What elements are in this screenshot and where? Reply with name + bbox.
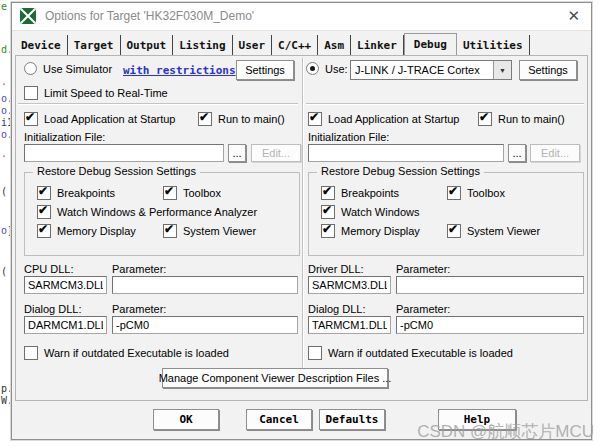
load-app-checkbox-right[interactable]: Load Application at Startup [308, 112, 459, 126]
tab-bar: Device Target Output Listing User C/C++ … [15, 32, 588, 56]
breakpoints-label: Breakpoints [57, 187, 115, 199]
load-app-label-right: Load Application at Startup [328, 113, 459, 125]
breakpoints-label: Breakpoints [341, 187, 399, 199]
system-viewer-checkbox-right[interactable]: System Viewer [447, 224, 540, 238]
background-code-fragment: . [1, 76, 7, 87]
background-code-strip: ed..o.o.i1o..(o](p.W. [0, 0, 11, 446]
with-restrictions-link[interactable]: with restrictions [123, 64, 236, 77]
checkbox-box [198, 112, 212, 126]
toolbox-checkbox-right[interactable]: Toolbox [447, 186, 505, 200]
tab-asm[interactable]: Asm [318, 35, 351, 55]
checkbox-box [447, 186, 461, 200]
init-file-label-right: Initialization File: [308, 131, 389, 143]
watch-windows-label: Watch Windows [341, 206, 419, 218]
keil-uvision-icon [20, 8, 36, 24]
close-icon[interactable]: ✕ [567, 3, 580, 29]
dialog-param-label-left: Parameter: [112, 303, 166, 315]
defaults-button[interactable]: Defaults [319, 409, 385, 430]
cpu-param-input[interactable] [112, 276, 298, 294]
background-code-fragment: . [1, 148, 7, 159]
init-file-input-right[interactable] [308, 144, 504, 162]
cpu-dll-input[interactable] [24, 276, 107, 294]
background-code-fragment: e [1, 1, 7, 12]
checkbox-box [163, 224, 177, 238]
tab-listing[interactable]: Listing [173, 35, 232, 55]
edit-button-left: Edit... [251, 144, 301, 162]
init-file-label-left: Initialization File: [24, 131, 105, 143]
limit-speed-label: Limit Speed to Real-Time [44, 87, 168, 99]
memory-display-label: Memory Display [57, 225, 136, 237]
simulator-settings-button[interactable]: Settings [236, 60, 294, 80]
checkbox-box [37, 186, 51, 200]
driver-param-label: Parameter: [396, 263, 450, 275]
watch-windows-label: Watch Windows & Performance Analyzer [57, 206, 257, 218]
debug-driver-dropdown[interactable]: J-LINK / J-TRACE Cortex ▼ [350, 60, 512, 80]
memory-display-checkbox-right[interactable]: Memory Display [321, 224, 420, 238]
tab-user[interactable]: User [233, 35, 273, 55]
use-driver-radio[interactable]: Use: [306, 62, 348, 75]
dialog-param-input-right[interactable] [396, 316, 584, 334]
run-to-main-checkbox-right[interactable]: Run to main() [478, 112, 565, 126]
radio-circle [24, 62, 37, 75]
manage-component-viewer-button[interactable]: Manage Component Viewer Description File… [162, 368, 388, 388]
init-file-input-left[interactable] [24, 144, 224, 162]
tab-output[interactable]: Output [121, 35, 174, 55]
restore-group-title-right: Restore Debug Session Settings [317, 165, 484, 177]
options-dialog: Options for Target 'HK32F030M_Demo' ✕ De… [11, 2, 592, 440]
radio-circle [306, 62, 319, 75]
chevron-down-icon[interactable]: ▼ [493, 61, 511, 79]
dialog-dll-input-right[interactable] [308, 316, 391, 334]
tab-utilities[interactable]: Utilities [457, 35, 530, 55]
checkbox-box [321, 205, 335, 219]
dialog-dll-label-right: Dialog DLL: [308, 303, 365, 315]
checkbox-box [24, 112, 38, 126]
watch-windows-checkbox-right[interactable]: Watch Windows [321, 205, 419, 219]
dialog-param-input-left[interactable] [112, 316, 298, 334]
edit-button-right: Edit... [530, 144, 580, 162]
cancel-button[interactable]: Cancel [246, 409, 312, 430]
driver-settings-button[interactable]: Settings [519, 60, 577, 80]
debug-tab-page: Use Simulator with restrictions Settings… [15, 55, 588, 401]
driver-dll-input[interactable] [308, 276, 391, 294]
browse-button-left[interactable]: ... [228, 144, 246, 162]
warn-outdated-checkbox-left[interactable]: Warn if outdated Executable is loaded [24, 346, 229, 360]
right-divider [306, 103, 584, 105]
tab-debug[interactable]: Debug [404, 33, 457, 56]
run-to-main-checkbox-left[interactable]: Run to main() [198, 112, 285, 126]
ok-button[interactable]: OK [153, 409, 219, 430]
run-to-main-label: Run to main() [218, 113, 285, 125]
tab-target[interactable]: Target [68, 35, 121, 55]
toolbox-checkbox-left[interactable]: Toolbox [163, 186, 221, 200]
driver-param-input[interactable] [396, 276, 584, 294]
tab-device[interactable]: Device [15, 35, 68, 55]
vertical-divider [302, 58, 304, 370]
left-divider [18, 103, 298, 105]
load-app-checkbox-left[interactable]: Load Application at Startup [24, 112, 175, 126]
cpu-dll-label: CPU DLL: [24, 263, 74, 275]
checkbox-box [308, 112, 322, 126]
toolbox-label: Toolbox [183, 187, 221, 199]
dialog-dll-input-left[interactable] [24, 316, 107, 334]
driver-dll-label: Driver DLL: [308, 263, 364, 275]
load-app-label: Load Application at Startup [44, 113, 175, 125]
tab-ccpp[interactable]: C/C++ [272, 35, 318, 55]
checkbox-box [321, 224, 335, 238]
system-viewer-checkbox-left[interactable]: System Viewer [163, 224, 256, 238]
tab-linker[interactable]: Linker [351, 35, 404, 55]
memory-display-checkbox-left[interactable]: Memory Display [37, 224, 136, 238]
browse-button-right[interactable]: ... [508, 144, 526, 162]
use-driver-label: Use: [325, 63, 348, 75]
watch-windows-checkbox-left[interactable]: Watch Windows & Performance Analyzer [37, 205, 257, 219]
driver-selected-value: J-LINK / J-TRACE Cortex [351, 64, 493, 76]
checkbox-box [447, 224, 461, 238]
warn-outdated-checkbox-right[interactable]: Warn if outdated Executable is loaded [308, 346, 513, 360]
use-simulator-label: Use Simulator [43, 63, 112, 75]
limit-speed-checkbox[interactable]: Limit Speed to Real-Time [24, 86, 168, 100]
use-simulator-radio[interactable]: Use Simulator [24, 62, 112, 75]
breakpoints-checkbox-left[interactable]: Breakpoints [37, 186, 115, 200]
checkbox-box [37, 205, 51, 219]
breakpoints-checkbox-right[interactable]: Breakpoints [321, 186, 399, 200]
help-button[interactable]: Help [438, 409, 516, 430]
checkbox-box [24, 346, 38, 360]
checkbox-box [478, 112, 492, 126]
